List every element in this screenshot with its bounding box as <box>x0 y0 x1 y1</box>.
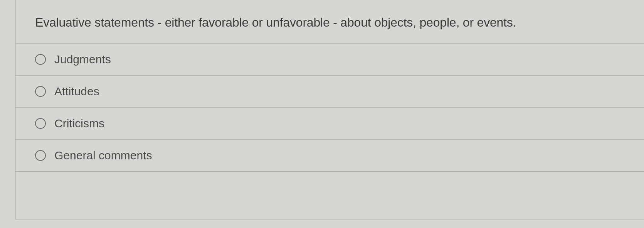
option-judgments[interactable]: Judgments <box>16 43 644 75</box>
option-label: Judgments <box>54 53 111 66</box>
option-attitudes[interactable]: Attitudes <box>16 75 644 107</box>
option-general-comments[interactable]: General comments <box>16 139 644 172</box>
option-label: Attitudes <box>54 85 99 98</box>
question-text: Evaluative statements - either favorable… <box>16 12 644 43</box>
option-label: Criticisms <box>54 117 104 130</box>
radio-icon[interactable] <box>35 54 46 65</box>
quiz-container: Evaluative statements - either favorable… <box>15 0 644 220</box>
option-label: General comments <box>54 149 152 162</box>
options-list: Judgments Attitudes Criticisms General c… <box>16 43 644 172</box>
option-criticisms[interactable]: Criticisms <box>16 107 644 139</box>
radio-icon[interactable] <box>35 118 46 129</box>
radio-icon[interactable] <box>35 150 46 161</box>
radio-icon[interactable] <box>35 86 46 97</box>
